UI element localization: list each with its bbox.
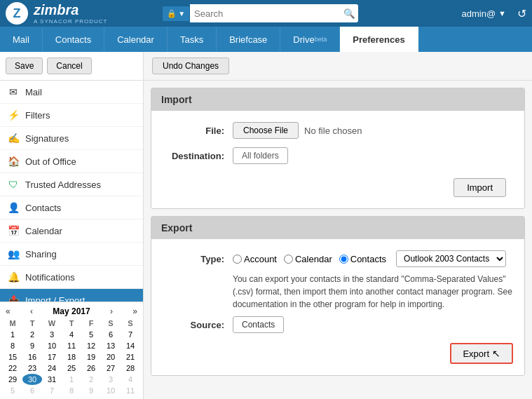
sidebar-item-mail[interactable]: ✉ Mail <box>0 81 143 104</box>
cal-day-header: F <box>81 318 101 329</box>
tab-preferences[interactable]: Preferences <box>340 27 418 52</box>
choose-file-button[interactable]: Choose File <box>233 122 299 139</box>
calendar-day[interactable]: 5 <box>3 385 22 396</box>
calendar-day[interactable]: 11 <box>62 340 81 351</box>
calendar-day[interactable]: 1 <box>62 374 81 385</box>
search-lock-btn[interactable]: 🔒 ▼ <box>162 6 190 22</box>
radio-account-input[interactable] <box>233 255 242 264</box>
undo-changes-button[interactable]: Undo Changes <box>152 58 229 74</box>
logo-area: Z zimbra A SYNACOR PRODUCT <box>6 2 107 25</box>
calendar-grid: M T W T F S S 12345678910111213141516171… <box>3 318 140 396</box>
save-button[interactable]: Save <box>6 58 43 74</box>
tab-calendar[interactable]: Calendar <box>104 27 168 52</box>
sidebar-item-import-export[interactable]: 📤 Import / Export <box>0 289 143 302</box>
search-submit-btn[interactable]: 🔍 <box>343 8 355 19</box>
radio-group: Account Calendar Contacts Outlook 2003 C… <box>233 250 506 267</box>
radio-calendar[interactable]: Calendar <box>284 254 332 264</box>
calendar-day[interactable]: 7 <box>121 329 140 340</box>
source-row: Source: Contacts <box>163 316 513 333</box>
cal-prev-prev-btn[interactable]: « <box>6 306 11 316</box>
contacts-icon: 👤 <box>7 201 20 214</box>
tab-mail[interactable]: Mail <box>0 27 43 52</box>
radio-contacts-input[interactable] <box>339 255 348 264</box>
calendar-icon: 📅 <box>7 224 20 237</box>
cancel-button[interactable]: Cancel <box>47 58 91 74</box>
calendar-day[interactable]: 2 <box>22 329 42 340</box>
cursor-icon: ↖ <box>492 348 500 359</box>
calendar-day[interactable]: 24 <box>42 363 62 374</box>
calendar-day[interactable]: 11 <box>121 385 140 396</box>
radio-account[interactable]: Account <box>233 254 277 264</box>
cal-next-btn[interactable]: › <box>110 306 113 316</box>
source-label: Source: <box>163 320 233 330</box>
calendar-day[interactable]: 6 <box>101 329 121 340</box>
reload-btn[interactable]: ↺ <box>517 7 526 20</box>
tab-contacts[interactable]: Contacts <box>43 27 104 52</box>
main-content: Undo Changes Import File: Choose File No… <box>144 52 532 399</box>
search-input[interactable] <box>190 4 358 22</box>
sidebar-item-trusted-addresses[interactable]: 🛡 Trusted Addresses <box>0 173 143 196</box>
sidebar: Save Cancel ✉ Mail ⚡ Filters ✍ Signature… <box>0 52 144 399</box>
sidebar-item-signatures[interactable]: ✍ Signatures <box>0 127 143 150</box>
user-dropdown-icon[interactable]: ▼ <box>498 9 506 18</box>
calendar-day[interactable]: 10 <box>101 385 121 396</box>
sidebar-item-out-of-office[interactable]: 🏠 Out of Office <box>0 150 143 173</box>
calendar-day[interactable]: 5 <box>81 329 101 340</box>
calendar-day[interactable]: 18 <box>62 351 81 363</box>
calendar-day[interactable]: 4 <box>121 374 140 385</box>
sidebar-item-sharing[interactable]: 👥 Sharing <box>0 243 143 266</box>
calendar-day[interactable]: 3 <box>42 329 62 340</box>
calendar-day[interactable]: 25 <box>62 363 81 374</box>
calendar-day[interactable]: 4 <box>62 329 81 340</box>
calendar-day[interactable]: 19 <box>81 351 101 363</box>
calendar-day[interactable]: 1 <box>3 329 22 340</box>
calendar-day[interactable]: 27 <box>101 363 121 374</box>
tab-tasks[interactable]: Tasks <box>168 27 217 52</box>
tab-drive[interactable]: Drivebeta <box>280 27 340 52</box>
calendar-day[interactable]: 31 <box>42 374 62 385</box>
sidebar-item-filters[interactable]: ⚡ Filters <box>0 104 143 127</box>
sidebar-item-label: Notifications <box>25 272 75 283</box>
calendar-day[interactable]: 14 <box>121 340 140 351</box>
calendar-day[interactable]: 9 <box>22 340 42 351</box>
contacts-format-select[interactable]: Outlook 2003 Contacts Yahoo CSV Gmail CS… <box>396 250 506 267</box>
radio-calendar-input[interactable] <box>284 255 293 264</box>
calendar-day[interactable]: 20 <box>101 351 121 363</box>
no-file-text: No file chosen <box>304 126 362 136</box>
export-button[interactable]: Export ↖ <box>450 343 513 364</box>
sidebar-item-notifications[interactable]: 🔔 Notifications <box>0 266 143 289</box>
search-area: 🔒 ▼ 🔍 <box>162 4 358 22</box>
calendar-day[interactable]: 15 <box>3 351 22 363</box>
calendar-day[interactable]: 12 <box>81 340 101 351</box>
calendar-day[interactable]: 21 <box>121 351 140 363</box>
cal-prev-btn[interactable]: ‹ <box>30 306 33 316</box>
sidebar-item-contacts[interactable]: 👤 Contacts <box>0 196 143 219</box>
calendar-day[interactable]: 10 <box>42 340 62 351</box>
calendar-day[interactable]: 6 <box>22 385 42 396</box>
calendar-day[interactable]: 7 <box>42 385 62 396</box>
calendar-day[interactable]: 13 <box>101 340 121 351</box>
source-contacts-button[interactable]: Contacts <box>233 316 284 333</box>
calendar-title: May 2017 <box>53 306 90 316</box>
calendar-day[interactable]: 9 <box>81 385 101 396</box>
radio-contacts[interactable]: Contacts <box>339 254 386 264</box>
sidebar-item-calendar[interactable]: 📅 Calendar <box>0 219 143 243</box>
calendar-day[interactable]: 2 <box>81 374 101 385</box>
cal-next-next-btn[interactable]: » <box>132 306 137 316</box>
import-button[interactable]: Import <box>453 178 506 197</box>
destination-button[interactable]: All folders <box>233 147 288 164</box>
calendar-day[interactable]: 16 <box>22 351 42 363</box>
calendar-day[interactable]: 28 <box>121 363 140 374</box>
calendar-day[interactable]: 8 <box>62 385 81 396</box>
calendar-day[interactable]: 30 <box>22 374 42 385</box>
calendar-day[interactable]: 8 <box>3 340 22 351</box>
calendar-day[interactable]: 3 <box>101 374 121 385</box>
calendar-day[interactable]: 22 <box>3 363 22 374</box>
export-description: You can export your contacts in the stan… <box>233 273 513 311</box>
calendar-day[interactable]: 23 <box>22 363 42 374</box>
import-section: Import File: Choose File No file chosen … <box>151 88 525 209</box>
tab-briefcase[interactable]: Briefcase <box>217 27 280 52</box>
calendar-day[interactable]: 17 <box>42 351 62 363</box>
calendar-day[interactable]: 26 <box>81 363 101 374</box>
calendar-day[interactable]: 29 <box>3 374 22 385</box>
